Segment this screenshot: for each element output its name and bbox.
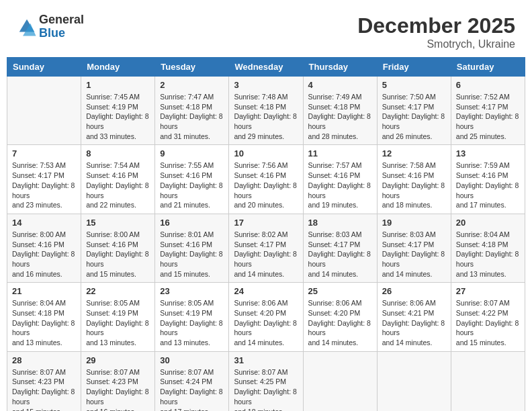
calendar-week-row: 1Sunrise: 7:45 AMSunset: 4:19 PMDaylight…	[7, 77, 525, 145]
day-info: Sunrise: 7:49 AMSunset: 4:18 PMDaylight:…	[308, 92, 372, 141]
day-info: Sunrise: 7:53 AMSunset: 4:17 PMDaylight:…	[12, 161, 76, 210]
calendar-week-row: 28Sunrise: 8:07 AMSunset: 4:23 PMDayligh…	[7, 351, 525, 411]
day-number: 13	[456, 148, 520, 158]
day-number: 21	[12, 286, 76, 296]
day-info: Sunrise: 7:48 AMSunset: 4:18 PMDaylight:…	[234, 92, 298, 141]
calendar-week-row: 7Sunrise: 7:53 AMSunset: 4:17 PMDaylight…	[7, 145, 525, 214]
day-number: 1	[86, 80, 150, 90]
day-info: Sunrise: 8:07 AMSunset: 4:24 PMDaylight:…	[160, 367, 224, 411]
day-info: Sunrise: 8:07 AMSunset: 4:22 PMDaylight:…	[456, 298, 520, 347]
day-info: Sunrise: 7:47 AMSunset: 4:18 PMDaylight:…	[160, 92, 224, 141]
day-number: 2	[160, 80, 224, 90]
calendar-day-cell: 12Sunrise: 7:58 AMSunset: 4:16 PMDayligh…	[377, 145, 451, 214]
day-info: Sunrise: 8:01 AMSunset: 4:16 PMDaylight:…	[160, 230, 224, 279]
calendar-header-row: SundayMondayTuesdayWednesdayThursdayFrid…	[7, 58, 525, 77]
calendar-header-sunday: Sunday	[7, 58, 81, 77]
day-number: 9	[160, 148, 224, 158]
day-info: Sunrise: 7:56 AMSunset: 4:16 PMDaylight:…	[234, 161, 298, 210]
calendar-header-friday: Friday	[377, 58, 451, 77]
calendar-header-wednesday: Wednesday	[229, 58, 303, 77]
calendar-day-cell	[377, 351, 451, 411]
calendar-day-cell: 7Sunrise: 7:53 AMSunset: 4:17 PMDaylight…	[7, 145, 81, 214]
calendar-day-cell: 24Sunrise: 8:06 AMSunset: 4:20 PMDayligh…	[229, 283, 303, 351]
calendar-day-cell: 6Sunrise: 7:52 AMSunset: 4:17 PMDaylight…	[451, 77, 525, 145]
day-number: 18	[308, 218, 372, 228]
calendar-header-tuesday: Tuesday	[155, 58, 229, 77]
calendar-day-cell: 1Sunrise: 7:45 AMSunset: 4:19 PMDaylight…	[81, 77, 155, 145]
calendar-day-cell: 2Sunrise: 7:47 AMSunset: 4:18 PMDaylight…	[155, 77, 229, 145]
day-number: 14	[12, 218, 76, 228]
day-info: Sunrise: 7:59 AMSunset: 4:16 PMDaylight:…	[456, 161, 520, 210]
calendar-day-cell: 20Sunrise: 8:04 AMSunset: 4:18 PMDayligh…	[451, 214, 525, 282]
calendar-day-cell	[7, 77, 81, 145]
calendar-day-cell: 31Sunrise: 8:07 AMSunset: 4:25 PMDayligh…	[229, 351, 303, 411]
calendar-day-cell: 13Sunrise: 7:59 AMSunset: 4:16 PMDayligh…	[451, 145, 525, 214]
calendar-day-cell: 18Sunrise: 8:03 AMSunset: 4:17 PMDayligh…	[303, 214, 377, 282]
day-info: Sunrise: 7:45 AMSunset: 4:19 PMDaylight:…	[86, 92, 150, 141]
day-info: Sunrise: 8:03 AMSunset: 4:17 PMDaylight:…	[308, 230, 372, 279]
calendar-day-cell: 27Sunrise: 8:07 AMSunset: 4:22 PMDayligh…	[451, 283, 525, 351]
day-info: Sunrise: 8:06 AMSunset: 4:21 PMDaylight:…	[382, 298, 446, 347]
calendar-table: SundayMondayTuesdayWednesdayThursdayFrid…	[7, 57, 525, 411]
calendar-day-cell: 16Sunrise: 8:01 AMSunset: 4:16 PMDayligh…	[155, 214, 229, 282]
calendar-day-cell: 17Sunrise: 8:02 AMSunset: 4:17 PMDayligh…	[229, 214, 303, 282]
calendar-day-cell: 22Sunrise: 8:05 AMSunset: 4:19 PMDayligh…	[81, 283, 155, 351]
day-number: 16	[160, 218, 224, 228]
calendar-day-cell: 5Sunrise: 7:50 AMSunset: 4:17 PMDaylight…	[377, 77, 451, 145]
day-number: 3	[234, 80, 298, 90]
logo-blue-text: Blue	[39, 27, 84, 40]
location-title: Smotrych, Ukraine	[357, 38, 515, 50]
calendar-header-monday: Monday	[81, 58, 155, 77]
day-info: Sunrise: 7:55 AMSunset: 4:16 PMDaylight:…	[160, 161, 224, 210]
day-number: 10	[234, 148, 298, 158]
calendar-day-cell: 4Sunrise: 7:49 AMSunset: 4:18 PMDaylight…	[303, 77, 377, 145]
day-info: Sunrise: 7:52 AMSunset: 4:17 PMDaylight:…	[456, 92, 520, 141]
day-info: Sunrise: 8:00 AMSunset: 4:16 PMDaylight:…	[12, 230, 76, 279]
day-info: Sunrise: 8:05 AMSunset: 4:19 PMDaylight:…	[86, 298, 150, 347]
calendar-day-cell: 15Sunrise: 8:00 AMSunset: 4:16 PMDayligh…	[81, 214, 155, 282]
calendar-day-cell: 25Sunrise: 8:06 AMSunset: 4:20 PMDayligh…	[303, 283, 377, 351]
calendar-day-cell: 9Sunrise: 7:55 AMSunset: 4:16 PMDaylight…	[155, 145, 229, 214]
logo-icon	[17, 17, 37, 37]
logo: General Blue	[17, 13, 84, 40]
day-number: 19	[382, 218, 446, 228]
day-number: 15	[86, 218, 150, 228]
calendar-day-cell	[303, 351, 377, 411]
day-info: Sunrise: 8:07 AMSunset: 4:25 PMDaylight:…	[234, 367, 298, 411]
day-info: Sunrise: 8:06 AMSunset: 4:20 PMDaylight:…	[308, 298, 372, 347]
calendar-day-cell: 14Sunrise: 8:00 AMSunset: 4:16 PMDayligh…	[7, 214, 81, 282]
month-title: December 2025	[357, 13, 515, 38]
day-info: Sunrise: 8:05 AMSunset: 4:19 PMDaylight:…	[160, 298, 224, 347]
day-info: Sunrise: 8:06 AMSunset: 4:20 PMDaylight:…	[234, 298, 298, 347]
day-number: 5	[382, 80, 446, 90]
day-info: Sunrise: 7:50 AMSunset: 4:17 PMDaylight:…	[382, 92, 446, 141]
day-number: 4	[308, 80, 372, 90]
calendar-day-cell: 26Sunrise: 8:06 AMSunset: 4:21 PMDayligh…	[377, 283, 451, 351]
calendar-day-cell: 19Sunrise: 8:03 AMSunset: 4:17 PMDayligh…	[377, 214, 451, 282]
calendar-day-cell: 21Sunrise: 8:04 AMSunset: 4:18 PMDayligh…	[7, 283, 81, 351]
calendar-day-cell: 10Sunrise: 7:56 AMSunset: 4:16 PMDayligh…	[229, 145, 303, 214]
day-info: Sunrise: 8:00 AMSunset: 4:16 PMDaylight:…	[86, 230, 150, 279]
day-number: 28	[12, 355, 76, 365]
day-number: 31	[234, 355, 298, 365]
calendar-header-saturday: Saturday	[451, 58, 525, 77]
day-info: Sunrise: 7:54 AMSunset: 4:16 PMDaylight:…	[86, 161, 150, 210]
day-info: Sunrise: 8:07 AMSunset: 4:23 PMDaylight:…	[12, 367, 76, 411]
title-block: December 2025 Smotrych, Ukraine	[357, 13, 515, 50]
calendar-day-cell: 30Sunrise: 8:07 AMSunset: 4:24 PMDayligh…	[155, 351, 229, 411]
day-info: Sunrise: 8:04 AMSunset: 4:18 PMDaylight:…	[12, 298, 76, 347]
day-number: 25	[308, 286, 372, 296]
calendar-day-cell: 28Sunrise: 8:07 AMSunset: 4:23 PMDayligh…	[7, 351, 81, 411]
day-number: 7	[12, 148, 76, 158]
calendar-week-row: 14Sunrise: 8:00 AMSunset: 4:16 PMDayligh…	[7, 214, 525, 282]
calendar-day-cell: 11Sunrise: 7:57 AMSunset: 4:16 PMDayligh…	[303, 145, 377, 214]
day-info: Sunrise: 8:07 AMSunset: 4:23 PMDaylight:…	[86, 367, 150, 411]
day-number: 22	[86, 286, 150, 296]
day-info: Sunrise: 7:57 AMSunset: 4:16 PMDaylight:…	[308, 161, 372, 210]
day-number: 29	[86, 355, 150, 365]
calendar-day-cell: 23Sunrise: 8:05 AMSunset: 4:19 PMDayligh…	[155, 283, 229, 351]
day-number: 17	[234, 218, 298, 228]
logo-text: General Blue	[39, 13, 84, 40]
day-info: Sunrise: 8:02 AMSunset: 4:17 PMDaylight:…	[234, 230, 298, 279]
day-number: 20	[456, 218, 520, 228]
